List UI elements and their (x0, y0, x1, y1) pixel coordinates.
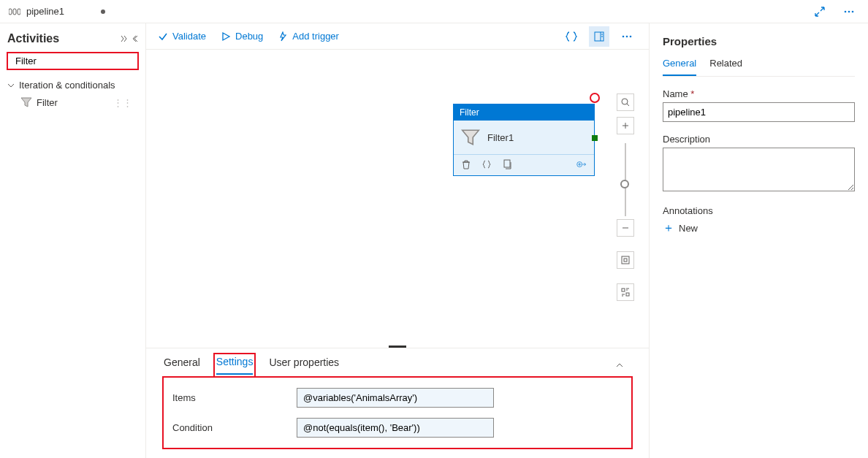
pipeline-name-input[interactable] (663, 102, 855, 122)
status-error-icon (590, 93, 600, 103)
output-connector[interactable] (592, 135, 598, 141)
more-icon[interactable] (839, 1, 859, 22)
activity-filter[interactable]: Filter ⋮⋮ (15, 93, 138, 111)
svg-point-17 (622, 99, 628, 104)
filter-settings-form: Items Condition (164, 378, 631, 448)
svg-rect-15 (504, 160, 510, 167)
activities-search-input[interactable] (15, 56, 138, 66)
properties-pane: Properties General Related Name * Descri… (649, 23, 868, 458)
canvas-tools (617, 93, 634, 307)
svg-line-18 (627, 104, 629, 106)
zoom-fit-button[interactable] (617, 251, 634, 269)
chevron-double-icon[interactable] (119, 35, 128, 42)
unsaved-indicator-icon (101, 9, 105, 14)
category-iteration-conditionals[interactable]: Iteration & conditionals (7, 77, 138, 93)
svg-rect-21 (622, 289, 625, 291)
panel-resize-handle[interactable] (389, 346, 406, 348)
svg-rect-2 (18, 9, 20, 15)
plus-icon: ＋ (663, 221, 674, 236)
add-annotation-button[interactable]: ＋ New (663, 221, 855, 236)
node-header: Filter (454, 104, 594, 121)
top-tab-bar: pipeline1 (0, 0, 868, 23)
expand-icon[interactable] (810, 1, 830, 22)
canvas-search-button[interactable] (617, 93, 634, 111)
collapse-left-icon[interactable] (131, 35, 138, 42)
properties-toggle-button[interactable] (589, 26, 609, 47)
svg-point-4 (848, 10, 850, 12)
tab-user-properties[interactable]: User properties (269, 356, 339, 374)
svg-rect-22 (626, 293, 629, 296)
node-toolbar (454, 154, 594, 175)
node-name: Filter1 (487, 132, 514, 143)
pipeline-action-bar: Validate Debug Add trigger (146, 23, 649, 50)
activity-settings-panel: General Settings User properties Items C… (146, 348, 649, 458)
tab-title[interactable]: pipeline1 (26, 6, 64, 17)
validate-button[interactable]: Validate (158, 31, 206, 42)
pipeline-icon (9, 7, 20, 16)
properties-heading: Properties (663, 35, 855, 47)
funnel-icon (461, 128, 480, 147)
category-label: Iteration & conditionals (19, 80, 115, 91)
condition-input[interactable] (297, 418, 494, 438)
code-braces-icon[interactable] (481, 159, 492, 169)
svg-rect-0 (9, 9, 12, 15)
pipeline-description-input[interactable] (663, 148, 855, 191)
activities-sidebar: Activities Iteration & conditionals Filt… (0, 23, 146, 458)
zoom-in-button[interactable] (617, 117, 634, 134)
drag-handle-icon: ⋮⋮ (113, 97, 132, 108)
svg-point-13 (626, 35, 628, 37)
funnel-icon (20, 96, 32, 108)
svg-point-3 (845, 10, 847, 12)
svg-point-5 (852, 10, 854, 12)
collapse-panel-icon[interactable] (615, 362, 624, 369)
name-label: Name * (663, 88, 855, 99)
svg-point-12 (623, 35, 625, 37)
tab-general[interactable]: General (164, 356, 200, 374)
more-actions-button[interactable] (617, 26, 637, 47)
prop-tab-related[interactable]: Related (709, 58, 742, 76)
zoom-slider[interactable] (625, 143, 626, 216)
svg-rect-20 (624, 259, 627, 262)
pipeline-canvas[interactable]: Filter Filter1 (146, 50, 649, 348)
delete-icon[interactable] (461, 159, 471, 169)
description-label: Description (663, 134, 855, 145)
editor-center: Validate Debug Add trigger (146, 23, 649, 458)
auto-align-button[interactable] (617, 283, 634, 301)
json-view-button[interactable] (561, 26, 582, 47)
prop-tab-general[interactable]: General (663, 58, 696, 76)
activities-heading: Activities (7, 32, 59, 45)
items-label: Items (172, 392, 297, 403)
add-trigger-button[interactable]: Add trigger (278, 31, 339, 42)
filter-activity-node[interactable]: Filter Filter1 (453, 104, 595, 176)
copy-icon[interactable] (502, 159, 512, 169)
activity-label: Filter (37, 97, 58, 108)
condition-label: Condition (172, 422, 297, 433)
chevron-down-icon (7, 82, 15, 89)
annotations-label: Annotations (663, 205, 855, 216)
svg-point-14 (630, 35, 632, 37)
add-output-icon[interactable] (576, 159, 587, 169)
items-input[interactable] (297, 388, 494, 408)
debug-button[interactable]: Debug (221, 31, 263, 42)
activities-search[interactable] (7, 53, 138, 69)
svg-rect-1 (13, 9, 16, 15)
tab-settings[interactable]: Settings (216, 356, 254, 375)
zoom-slider-thumb[interactable] (620, 180, 629, 188)
svg-rect-19 (622, 256, 629, 264)
zoom-out-button[interactable] (617, 219, 634, 237)
